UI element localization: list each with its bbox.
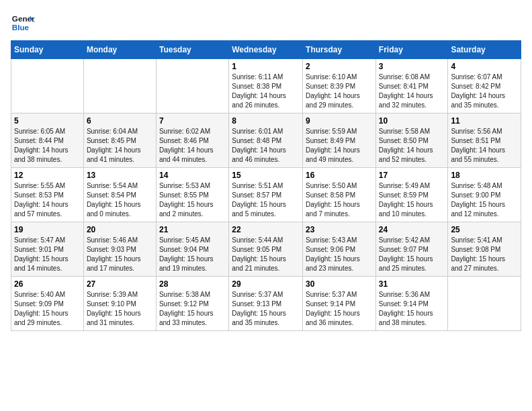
day-info: Sunrise: 5:38 AM Sunset: 9:12 PM Dayligh… (159, 290, 226, 328)
calendar-cell: 30Sunrise: 5:37 AM Sunset: 9:14 PM Dayli… (303, 277, 376, 331)
day-number: 22 (232, 225, 300, 234)
day-number: 11 (451, 116, 518, 126)
logo-icon: General Blue (11, 11, 35, 35)
day-number: 4 (451, 62, 518, 71)
day-number: 25 (451, 225, 518, 234)
calendar-cell: 6Sunrise: 6:04 AM Sunset: 8:45 PM Daylig… (83, 113, 156, 168)
calendar-cell: 9Sunrise: 5:59 AM Sunset: 8:49 PM Daylig… (303, 113, 376, 168)
day-info: Sunrise: 5:53 AM Sunset: 8:55 PM Dayligh… (159, 181, 226, 219)
calendar-cell: 15Sunrise: 5:51 AM Sunset: 8:57 PM Dayli… (229, 168, 303, 222)
day-info: Sunrise: 5:45 AM Sunset: 9:04 PM Dayligh… (159, 236, 226, 273)
calendar-cell: 19Sunrise: 5:47 AM Sunset: 9:01 PM Dayli… (11, 222, 84, 277)
calendar-cell: 10Sunrise: 5:58 AM Sunset: 8:50 PM Dayli… (375, 113, 448, 168)
calendar-cell: 21Sunrise: 5:45 AM Sunset: 9:04 PM Dayli… (156, 222, 228, 277)
weekday-header: Wednesday (229, 41, 303, 59)
calendar-cell: 5Sunrise: 6:05 AM Sunset: 8:44 PM Daylig… (11, 113, 84, 168)
day-number: 2 (306, 62, 373, 71)
svg-text:Blue: Blue (12, 23, 30, 32)
weekday-header: Saturday (448, 41, 521, 59)
day-number: 10 (379, 116, 445, 126)
day-number: 12 (14, 171, 81, 180)
day-info: Sunrise: 5:37 AM Sunset: 9:13 PM Dayligh… (232, 290, 300, 328)
weekday-header: Tuesday (156, 41, 228, 59)
day-info: Sunrise: 6:04 AM Sunset: 8:45 PM Dayligh… (87, 127, 153, 165)
day-number: 26 (14, 279, 81, 289)
day-info: Sunrise: 5:47 AM Sunset: 9:01 PM Dayligh… (14, 236, 81, 273)
day-number: 23 (306, 225, 373, 234)
logo: General Blue (11, 11, 35, 35)
day-number: 7 (159, 116, 226, 126)
day-info: Sunrise: 6:01 AM Sunset: 8:48 PM Dayligh… (232, 127, 300, 165)
calendar-week-row: 19Sunrise: 5:47 AM Sunset: 9:01 PM Dayli… (11, 222, 521, 277)
calendar-table: SundayMondayTuesdayWednesdayThursdayFrid… (11, 40, 521, 331)
day-info: Sunrise: 5:54 AM Sunset: 8:54 PM Dayligh… (87, 181, 153, 219)
calendar-cell: 7Sunrise: 6:02 AM Sunset: 8:46 PM Daylig… (156, 113, 228, 168)
day-number: 16 (306, 171, 373, 180)
calendar-cell: 2Sunrise: 6:10 AM Sunset: 8:39 PM Daylig… (303, 59, 376, 113)
day-info: Sunrise: 5:49 AM Sunset: 8:59 PM Dayligh… (379, 181, 445, 219)
day-number: 1 (232, 62, 300, 71)
day-info: Sunrise: 5:42 AM Sunset: 9:07 PM Dayligh… (379, 236, 445, 273)
calendar-cell: 13Sunrise: 5:54 AM Sunset: 8:54 PM Dayli… (83, 168, 156, 222)
day-number: 27 (87, 279, 153, 289)
day-info: Sunrise: 6:07 AM Sunset: 8:42 PM Dayligh… (451, 73, 518, 110)
day-info: Sunrise: 6:10 AM Sunset: 8:39 PM Dayligh… (306, 73, 373, 110)
calendar-cell (156, 59, 228, 113)
day-number: 17 (379, 171, 445, 180)
day-info: Sunrise: 6:02 AM Sunset: 8:46 PM Dayligh… (159, 127, 226, 165)
day-number: 19 (14, 225, 81, 234)
calendar-cell: 1Sunrise: 6:11 AM Sunset: 8:38 PM Daylig… (229, 59, 303, 113)
weekday-header: Thursday (303, 41, 376, 59)
calendar-cell: 31Sunrise: 5:36 AM Sunset: 9:14 PM Dayli… (375, 277, 448, 331)
day-number: 30 (306, 279, 373, 289)
day-info: Sunrise: 5:56 AM Sunset: 8:51 PM Dayligh… (451, 127, 518, 165)
calendar-cell: 24Sunrise: 5:42 AM Sunset: 9:07 PM Dayli… (375, 222, 448, 277)
calendar-cell: 11Sunrise: 5:56 AM Sunset: 8:51 PM Dayli… (448, 113, 521, 168)
day-number: 14 (159, 171, 226, 180)
day-info: Sunrise: 5:44 AM Sunset: 9:05 PM Dayligh… (232, 236, 300, 273)
calendar-week-row: 1Sunrise: 6:11 AM Sunset: 8:38 PM Daylig… (11, 59, 521, 113)
day-number: 5 (14, 116, 81, 126)
calendar-cell: 16Sunrise: 5:50 AM Sunset: 8:58 PM Dayli… (303, 168, 376, 222)
day-number: 3 (379, 62, 445, 71)
calendar-cell: 4Sunrise: 6:07 AM Sunset: 8:42 PM Daylig… (448, 59, 521, 113)
day-number: 29 (232, 279, 300, 289)
calendar-week-row: 26Sunrise: 5:40 AM Sunset: 9:09 PM Dayli… (11, 277, 521, 331)
day-number: 9 (306, 116, 373, 126)
calendar-cell: 29Sunrise: 5:37 AM Sunset: 9:13 PM Dayli… (229, 277, 303, 331)
calendar-cell: 26Sunrise: 5:40 AM Sunset: 9:09 PM Dayli… (11, 277, 84, 331)
day-info: Sunrise: 5:36 AM Sunset: 9:14 PM Dayligh… (379, 290, 445, 328)
calendar-cell: 28Sunrise: 5:38 AM Sunset: 9:12 PM Dayli… (156, 277, 228, 331)
weekday-header-row: SundayMondayTuesdayWednesdayThursdayFrid… (11, 41, 521, 59)
day-info: Sunrise: 5:55 AM Sunset: 8:53 PM Dayligh… (14, 181, 81, 219)
day-number: 28 (159, 279, 226, 289)
day-info: Sunrise: 5:51 AM Sunset: 8:57 PM Dayligh… (232, 181, 300, 219)
calendar-cell: 18Sunrise: 5:48 AM Sunset: 9:00 PM Dayli… (448, 168, 521, 222)
day-number: 24 (379, 225, 445, 234)
day-number: 18 (451, 171, 518, 180)
day-info: Sunrise: 5:59 AM Sunset: 8:49 PM Dayligh… (306, 127, 373, 165)
calendar-cell: 12Sunrise: 5:55 AM Sunset: 8:53 PM Dayli… (11, 168, 84, 222)
calendar-cell: 17Sunrise: 5:49 AM Sunset: 8:59 PM Dayli… (375, 168, 448, 222)
day-number: 6 (87, 116, 153, 126)
day-info: Sunrise: 5:37 AM Sunset: 9:14 PM Dayligh… (306, 290, 373, 328)
calendar-cell (11, 59, 84, 113)
day-number: 20 (87, 225, 153, 234)
calendar-cell: 8Sunrise: 6:01 AM Sunset: 8:48 PM Daylig… (229, 113, 303, 168)
day-info: Sunrise: 5:39 AM Sunset: 9:10 PM Dayligh… (87, 290, 153, 328)
weekday-header: Friday (375, 41, 448, 59)
weekday-header: Sunday (11, 41, 84, 59)
weekday-header: Monday (83, 41, 156, 59)
day-number: 21 (159, 225, 226, 234)
calendar-cell: 25Sunrise: 5:41 AM Sunset: 9:08 PM Dayli… (448, 222, 521, 277)
day-info: Sunrise: 5:43 AM Sunset: 9:06 PM Dayligh… (306, 236, 373, 273)
day-info: Sunrise: 5:46 AM Sunset: 9:03 PM Dayligh… (87, 236, 153, 273)
day-info: Sunrise: 5:41 AM Sunset: 9:08 PM Dayligh… (451, 236, 518, 273)
day-number: 8 (232, 116, 300, 126)
calendar-cell (448, 277, 521, 331)
day-info: Sunrise: 6:08 AM Sunset: 8:41 PM Dayligh… (379, 73, 445, 110)
day-number: 15 (232, 171, 300, 180)
day-info: Sunrise: 5:48 AM Sunset: 9:00 PM Dayligh… (451, 181, 518, 219)
page-header: General Blue (11, 11, 521, 35)
calendar-week-row: 5Sunrise: 6:05 AM Sunset: 8:44 PM Daylig… (11, 113, 521, 168)
